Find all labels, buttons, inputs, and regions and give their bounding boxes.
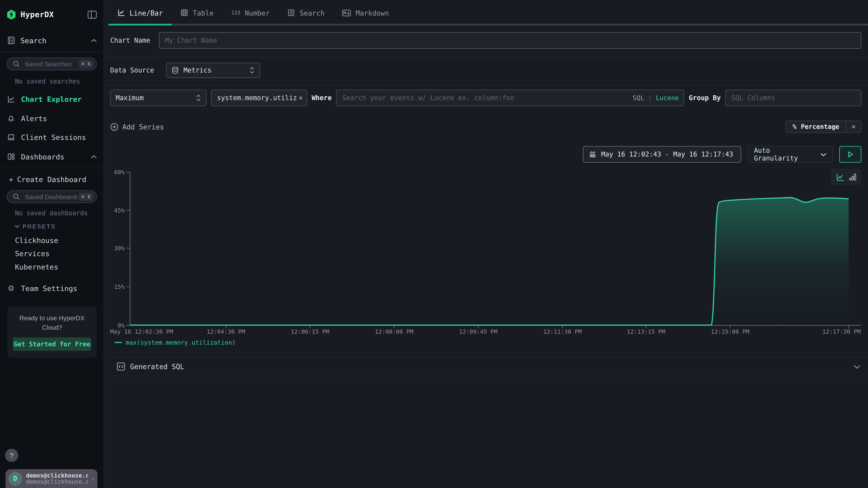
where-label: Where xyxy=(312,94,332,102)
data-source-select[interactable]: Metrics xyxy=(166,63,260,78)
create-dashboard-button[interactable]: + Create Dashboard xyxy=(0,174,103,184)
hyperdx-logo-icon xyxy=(7,9,16,20)
tab-line-bar[interactable]: Line/Bar xyxy=(108,0,172,26)
preset-item-services[interactable]: Services xyxy=(15,249,104,258)
chevron-up-icon xyxy=(91,155,97,159)
percentage-control: % Percentage × xyxy=(785,121,861,133)
sidebar: HyperDX Search xyxy=(0,0,104,488)
sidebar-section-search[interactable]: Search xyxy=(0,35,103,46)
sql-toggle[interactable]: SQL xyxy=(633,94,644,102)
shortcut-badge: ⌘ K xyxy=(79,60,93,68)
code-icon xyxy=(117,362,125,371)
add-series-button[interactable]: Add Series xyxy=(110,123,164,131)
legend-line-swatch xyxy=(115,342,122,343)
client-sessions-label: Client Sessions xyxy=(21,133,97,141)
markdown-icon xyxy=(342,9,351,17)
divider xyxy=(104,57,868,58)
where-search-input[interactable] xyxy=(337,94,633,102)
group-by-input[interactable] xyxy=(726,94,861,102)
chart-explorer-label: Chart Explorer xyxy=(21,95,97,103)
chart-display-toggle xyxy=(830,169,861,186)
date-range-value: May 16 12:02:43 - May 16 12:17:43 xyxy=(601,151,733,158)
generated-sql-section[interactable]: Generated SQL xyxy=(104,357,868,376)
timeseries-chart[interactable]: 60% 45% 30% 15% 0% May 16 12:02:30 PM 12… xyxy=(110,169,861,336)
select-updown-icon xyxy=(196,95,201,101)
saved-searches-search[interactable]: ⌘ K xyxy=(7,58,97,70)
sidebar-item-chart-explorer[interactable]: Chart Explorer xyxy=(0,94,103,104)
data-source-row: Data Source Metrics xyxy=(110,63,861,78)
series-row: Maximum system.memory.utiliza × Where SQ… xyxy=(110,90,861,106)
preset-item-clickhouse[interactable]: Clickhouse xyxy=(15,236,104,245)
close-icon: × xyxy=(851,123,856,131)
database-icon xyxy=(172,66,179,74)
bar-view-icon[interactable] xyxy=(849,173,856,181)
sidebar-item-dashboards[interactable]: Dashboards xyxy=(0,152,103,162)
toggle-divider: | xyxy=(648,94,652,102)
tab-label: Line/Bar xyxy=(129,8,163,17)
chevron-down-icon xyxy=(820,152,827,156)
play-icon xyxy=(847,151,854,158)
laptop-icon xyxy=(7,133,16,142)
sidebar-collapse-icon[interactable] xyxy=(88,10,97,19)
chart-builder: Chart Name Data Source Metrics xyxy=(104,26,868,488)
metric-field-tag[interactable]: system.memory.utiliza × xyxy=(211,90,307,106)
y-tick: 45% xyxy=(114,207,125,214)
search-icon xyxy=(13,193,20,200)
search-section-icon xyxy=(7,36,16,45)
user-card[interactable]: D demos@clickhouse.com demos@clickhouse.… xyxy=(6,469,97,488)
number-123-icon: 123 xyxy=(231,10,240,15)
main-area: Line/Bar Table 123 Number xyxy=(104,0,868,488)
x-tick: 12:11:30 PM xyxy=(543,328,582,335)
granularity-select[interactable]: Auto Granularity xyxy=(747,146,833,163)
tab-label: Table xyxy=(193,8,214,17)
help-button[interactable]: ? xyxy=(5,449,18,462)
preset-item-kubernetes[interactable]: Kubernetes xyxy=(15,262,104,271)
data-source-label: Data Source xyxy=(110,66,154,74)
percentage-button[interactable]: % Percentage xyxy=(786,121,846,132)
saved-dashboards-input[interactable] xyxy=(24,193,79,201)
sidebar-item-alerts[interactable]: Alerts xyxy=(0,113,103,124)
line-view-icon[interactable] xyxy=(836,173,844,181)
tab-number[interactable]: 123 Number xyxy=(222,0,278,26)
lucene-toggle[interactable]: Lucene xyxy=(656,94,679,102)
select-updown-icon xyxy=(250,67,255,73)
team-settings-label: Team Settings xyxy=(21,284,97,292)
sidebar-item-client-sessions[interactable]: Client Sessions xyxy=(0,132,103,142)
run-query-button[interactable] xyxy=(839,146,861,163)
presets-header[interactable]: PRESETS xyxy=(14,223,104,230)
remove-metric-icon[interactable]: × xyxy=(299,94,303,102)
y-tick: 15% xyxy=(114,283,125,290)
aggregation-select[interactable]: Maximum xyxy=(110,90,207,106)
sidebar-item-team-settings[interactable]: ⚙ Team Settings xyxy=(0,283,103,293)
divider xyxy=(0,52,103,52)
group-by-label: Group By xyxy=(689,94,721,102)
saved-searches-input[interactable] xyxy=(24,60,79,68)
user-org: demos@clickhouse.com's xyxy=(26,479,88,485)
tab-table[interactable]: Table xyxy=(172,0,223,26)
x-axis-labels: May 16 12:02:30 PM 12:04:30 PM 12:06:15 … xyxy=(110,328,861,335)
x-tick: 12:08:00 PM xyxy=(375,328,413,335)
tab-markdown[interactable]: Markdown xyxy=(334,0,398,26)
where-field: SQL | Lucene xyxy=(336,90,684,106)
tab-label: Markdown xyxy=(356,8,389,17)
no-saved-dashboards: No saved dashboards xyxy=(15,209,104,217)
saved-dashboards-search[interactable]: ⌘ K xyxy=(7,190,97,203)
data-source-value: Metrics xyxy=(184,66,246,74)
cloud-promo-card: Ready to use HyperDX Cloud? Get Started … xyxy=(7,306,97,358)
divider xyxy=(104,85,868,85)
get-started-button[interactable]: Get Started for Free xyxy=(13,337,91,351)
cloud-promo-line1: Ready to use HyperDX xyxy=(13,314,91,323)
percentage-remove-button[interactable]: × xyxy=(846,121,861,132)
brand-title: HyperDX xyxy=(21,10,87,19)
calendar-icon xyxy=(589,151,596,158)
hyperdx-app: { "brand": {"name": "HyperDX"}, "tabs": … xyxy=(0,0,868,488)
query-language-toggle: SQL | Lucene xyxy=(633,94,679,102)
plus-circle-icon xyxy=(110,123,119,131)
user-email: demos@clickhouse.com xyxy=(26,472,88,479)
tab-search[interactable]: Search xyxy=(279,0,334,26)
date-range-picker[interactable]: May 16 12:02:43 - May 16 12:17:43 xyxy=(583,146,741,163)
percent-icon: % xyxy=(793,123,796,131)
x-tick: 12:09:45 PM xyxy=(459,328,498,335)
chart-name-field xyxy=(159,32,861,49)
chart-name-input[interactable] xyxy=(159,36,861,44)
